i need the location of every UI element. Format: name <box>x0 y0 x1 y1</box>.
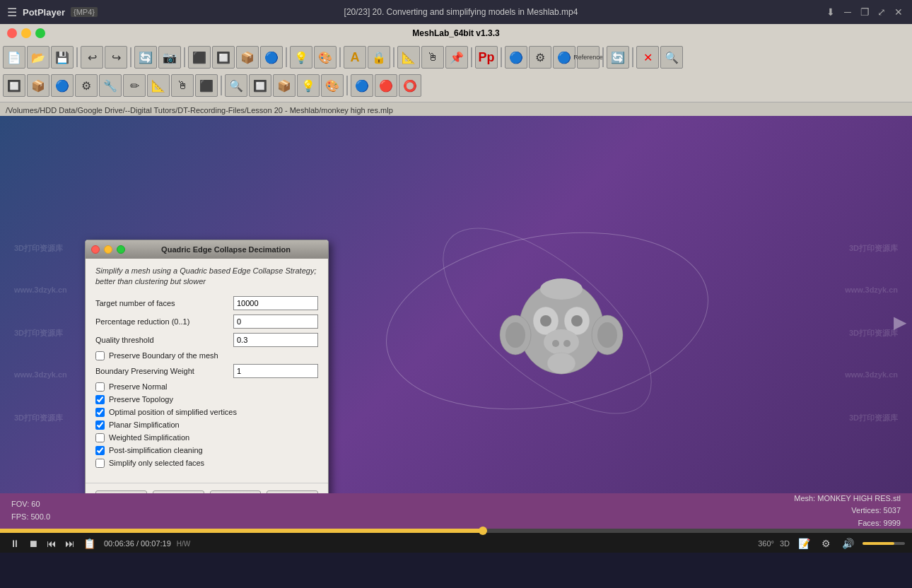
lock-button[interactable]: 🔒 <box>368 46 390 69</box>
right-arrow[interactable]: ▶ <box>894 312 906 332</box>
watermark-9: www.3dzyk.cn <box>845 370 898 379</box>
r2-btn4[interactable]: ⚙ <box>75 74 98 97</box>
search-button[interactable]: 🔍 <box>660 46 683 69</box>
settings-button[interactable]: ⚙ <box>819 536 834 551</box>
extra4-button[interactable]: 🔄 <box>607 46 629 69</box>
param-input-faces[interactable] <box>233 296 318 310</box>
r2-btn6[interactable]: ✏ <box>123 74 146 97</box>
extra2-button[interactable]: ⚙ <box>529 46 551 69</box>
select-button[interactable]: ⬛ <box>188 46 211 69</box>
mac-maximize-button[interactable] <box>35 28 45 38</box>
fullscreen-button[interactable]: ⤢ <box>875 6 888 18</box>
r2-btn10[interactable]: 🔍 <box>225 74 247 97</box>
dialog-maximize-mac[interactable] <box>117 245 125 254</box>
r2-btn7[interactable]: 📐 <box>147 74 170 97</box>
text-button[interactable]: A <box>344 46 366 69</box>
r2-extra2[interactable]: 🔴 <box>375 74 397 97</box>
checkbox-weighted[interactable] <box>95 433 105 442</box>
pin-tool-button[interactable]: 📌 <box>445 46 468 69</box>
hw-label: H/W <box>177 540 190 548</box>
reference-button[interactable]: Reference <box>577 46 600 69</box>
close-button[interactable]: ✕ <box>892 6 905 18</box>
checkbox-post-cleaning[interactable] <box>95 446 105 455</box>
separator-3 <box>184 47 185 67</box>
orbit-container <box>370 180 724 465</box>
r2-btn1[interactable]: 🔲 <box>3 74 25 97</box>
mac-close-button[interactable] <box>7 28 17 38</box>
color-button[interactable]: 🎨 <box>314 46 337 69</box>
param-input-weight[interactable] <box>233 364 318 378</box>
mac-minimize-button[interactable] <box>21 28 31 38</box>
progress-fill <box>0 529 484 533</box>
sphere-button[interactable]: 🔵 <box>260 46 283 69</box>
param-row-quality: Quality threshold <box>95 333 318 347</box>
r2-sep1 <box>221 76 222 95</box>
watermark-2: www.3dzyk.cn <box>14 286 67 294</box>
param-input-reduction[interactable] <box>233 314 318 329</box>
checkbox-optimal-position[interactable] <box>95 408 105 417</box>
subtitle-button[interactable]: 📝 <box>795 536 813 551</box>
view-button[interactable]: 🔲 <box>212 46 235 69</box>
controls-row: ⏸ ⏹ ⏮ ⏭ 📋 00:06:36 / 00:07:19 H/W 360° 3… <box>7 536 905 551</box>
progress-knob[interactable] <box>479 527 487 535</box>
volume-button[interactable]: 🔊 <box>839 536 857 551</box>
pp-button[interactable]: Pp <box>475 46 498 69</box>
r2-btn5[interactable]: 🔧 <box>99 74 122 97</box>
pin-button[interactable]: ⬇ <box>824 6 837 18</box>
measure-button[interactable]: 📐 <box>397 46 420 69</box>
separator-1 <box>76 47 78 67</box>
separator-10 <box>632 47 633 67</box>
r2-sep2 <box>346 76 348 95</box>
checkbox-preserve-topology[interactable] <box>95 395 105 404</box>
next-button[interactable]: ⏭ <box>62 536 78 551</box>
delete-button[interactable]: ✕ <box>636 46 659 69</box>
r2-btn9[interactable]: ⬛ <box>195 74 218 97</box>
reload-button[interactable]: 🔄 <box>134 46 157 69</box>
checkbox-preserve-boundary[interactable] <box>95 351 105 360</box>
checkbox-planar[interactable] <box>95 421 105 430</box>
progress-bar[interactable] <box>0 529 912 533</box>
undo-button[interactable]: ↩ <box>81 46 103 69</box>
open-file-button[interactable]: 📂 <box>27 46 49 69</box>
light-button[interactable]: 💡 <box>290 46 312 69</box>
svg-point-14 <box>547 353 575 374</box>
param-input-quality[interactable] <box>233 333 318 347</box>
r2-btn12[interactable]: 📦 <box>273 74 296 97</box>
toolbar-row-1: 📄 📂 💾 ↩ ↪ 🔄 📷 ⬛ 🔲 📦 🔵 💡 🎨 A 🔒 📐 🖱 📌 Pp 🔵… <box>0 44 912 71</box>
mesh-button[interactable]: 📦 <box>236 46 259 69</box>
watermark-8: 3D打印资源库 <box>849 328 898 339</box>
new-file-button[interactable]: 📄 <box>3 46 25 69</box>
dialog-close-mac[interactable] <box>91 245 100 254</box>
playlist-button[interactable]: 📋 <box>81 536 98 551</box>
redo-button[interactable]: ↪ <box>105 46 127 69</box>
dialog-description: Simplify a mesh using a Quadric based Ed… <box>95 266 318 288</box>
minimize-button[interactable]: ─ <box>841 6 854 18</box>
format-tag: {MP4} <box>71 7 98 17</box>
dialog-minimize-mac[interactable] <box>104 245 112 254</box>
param-row-weight: Boundary Preserving Weight <box>95 364 318 378</box>
r2-btn3[interactable]: 🔵 <box>51 74 74 97</box>
r2-extra3[interactable]: ⭕ <box>399 74 421 97</box>
snapshot-button[interactable]: 📷 <box>158 46 181 69</box>
volume-slider[interactable] <box>863 542 905 545</box>
restore-button[interactable]: ❐ <box>858 6 871 18</box>
play-pause-button[interactable]: ⏸ <box>7 536 23 551</box>
menu-icon[interactable]: ☰ <box>7 6 17 19</box>
checkbox-row-weighted: Weighted Simplification <box>95 433 318 442</box>
prev-button[interactable]: ⏮ <box>44 536 59 551</box>
r2-btn13[interactable]: 💡 <box>297 74 320 97</box>
r2-btn14[interactable]: 🎨 <box>321 74 344 97</box>
r2-btn2[interactable]: 📦 <box>27 74 49 97</box>
viewport[interactable]: 3D打印资源库 www.3dzyk.cn 3D打印资源库 www.3dzyk.c… <box>0 116 912 529</box>
r2-extra1[interactable]: 🔵 <box>351 74 373 97</box>
cursor-button[interactable]: 🖱 <box>421 46 444 69</box>
separator-7 <box>471 47 472 67</box>
r2-btn8[interactable]: 🖱 <box>171 74 194 97</box>
save-file-button[interactable]: 💾 <box>51 46 74 69</box>
checkbox-preserve-normal[interactable] <box>95 382 105 392</box>
r2-btn11[interactable]: 🔲 <box>249 74 271 97</box>
extra1-button[interactable]: 🔵 <box>505 46 527 69</box>
checkbox-selected-faces[interactable] <box>95 459 105 468</box>
stop-button[interactable]: ⏹ <box>25 536 41 551</box>
extra3-button[interactable]: 🔵 <box>553 46 575 69</box>
